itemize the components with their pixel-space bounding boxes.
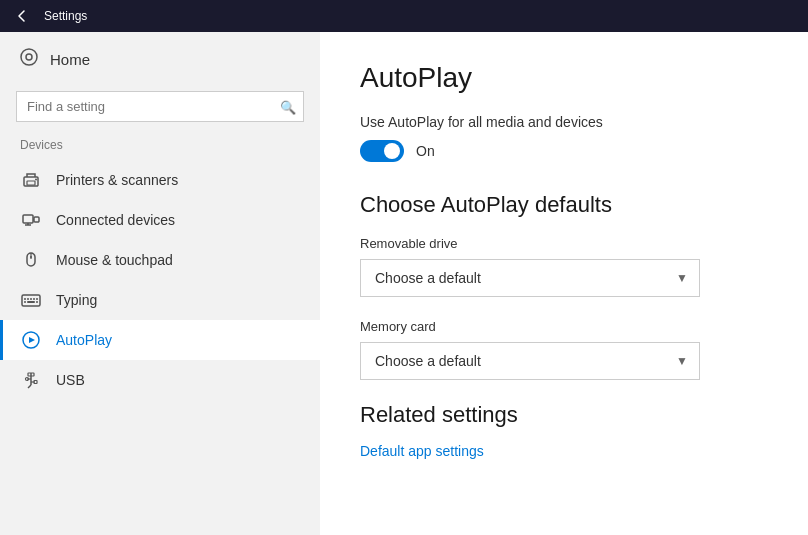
sidebar-item-connected-label: Connected devices [56,212,175,228]
toggle-thumb [384,143,400,159]
title-bar: Settings [0,0,808,32]
svg-point-1 [26,54,32,60]
page-title: AutoPlay [360,62,768,94]
toggle-description: Use AutoPlay for all media and devices [360,114,768,130]
memory-card-label: Memory card [360,319,768,334]
svg-line-26 [28,385,31,388]
toggle-state-label: On [416,143,435,159]
memory-card-wrapper: Choose a default ▼ [360,342,700,380]
printer-icon [20,170,42,190]
typing-icon [20,290,42,310]
svg-marker-23 [29,337,35,343]
window-title: Settings [44,9,87,23]
sidebar-item-typing[interactable]: Typing [0,280,320,320]
home-icon [20,48,38,71]
removable-drive-label: Removable drive [360,236,768,251]
search-input[interactable] [16,91,304,122]
search-box: 🔍 [16,91,304,122]
sidebar: Home 🔍 Devices Printers & scanners [0,32,320,535]
sidebar-item-autoplay-label: AutoPlay [56,332,112,348]
autoplay-toggle[interactable] [360,140,404,162]
autoplay-icon [20,330,42,350]
back-button[interactable] [10,4,34,28]
sidebar-item-home[interactable]: Home [0,32,320,87]
main-layout: Home 🔍 Devices Printers & scanners [0,32,808,535]
usb-icon [20,370,42,390]
sidebar-item-autoplay[interactable]: AutoPlay [0,320,320,360]
home-label: Home [50,51,90,68]
svg-rect-3 [27,181,35,185]
sidebar-item-printers[interactable]: Printers & scanners [0,160,320,200]
sidebar-item-connected[interactable]: Connected devices [0,200,320,240]
memory-card-select[interactable]: Choose a default [360,342,700,380]
svg-rect-6 [34,217,39,222]
removable-drive-select[interactable]: Choose a default [360,259,700,297]
section-title: Choose AutoPlay defaults [360,192,768,218]
connected-icon [20,210,42,230]
default-app-settings-link[interactable]: Default app settings [360,443,484,459]
content-area: AutoPlay Use AutoPlay for all media and … [320,32,808,535]
svg-rect-30 [34,381,37,384]
svg-rect-5 [23,215,33,223]
svg-rect-13 [22,295,40,306]
svg-point-4 [35,179,37,181]
svg-point-12 [30,256,32,258]
devices-heading: Devices [0,134,320,160]
removable-drive-wrapper: Choose a default ▼ [360,259,700,297]
sidebar-item-usb-label: USB [56,372,85,388]
related-settings-title: Related settings [360,402,768,428]
sidebar-item-mouse[interactable]: Mouse & touchpad [0,240,320,280]
sidebar-item-usb[interactable]: USB [0,360,320,400]
svg-point-0 [21,49,37,65]
sidebar-item-mouse-label: Mouse & touchpad [56,252,173,268]
toggle-row: On [360,140,768,162]
toggle-track [360,140,404,162]
mouse-icon [20,250,42,270]
sidebar-item-printers-label: Printers & scanners [56,172,178,188]
sidebar-item-typing-label: Typing [56,292,97,308]
